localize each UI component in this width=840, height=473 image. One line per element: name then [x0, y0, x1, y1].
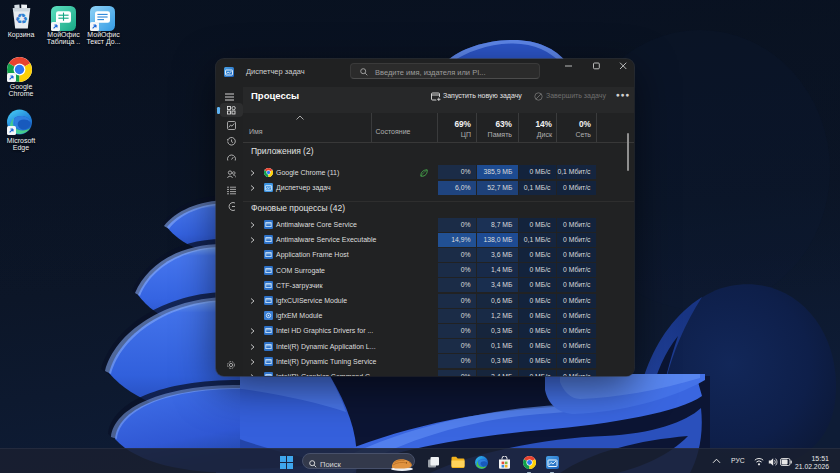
- svg-text:♻: ♻: [15, 10, 28, 27]
